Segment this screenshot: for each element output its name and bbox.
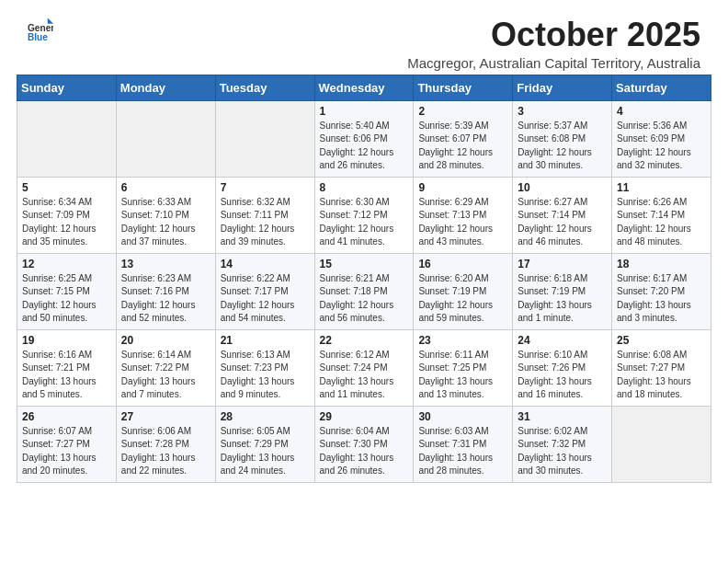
day-info: Sunrise: 6:29 AM Sunset: 7:13 PM Dayligh… [418, 196, 507, 249]
calendar-cell: 25Sunrise: 6:08 AM Sunset: 7:27 PM Dayli… [612, 329, 711, 406]
day-number: 26 [22, 410, 111, 423]
calendar-cell: 31Sunrise: 6:02 AM Sunset: 7:32 PM Dayli… [513, 406, 612, 482]
day-number: 24 [518, 334, 607, 347]
weekday-header-sunday: Sunday [17, 75, 117, 100]
calendar-cell: 24Sunrise: 6:10 AM Sunset: 7:26 PM Dayli… [513, 329, 612, 406]
day-info: Sunrise: 6:04 AM Sunset: 7:30 PM Dayligh… [320, 425, 409, 478]
calendar-cell: 28Sunrise: 6:05 AM Sunset: 7:29 PM Dayli… [215, 406, 314, 482]
day-number: 12 [22, 258, 111, 270]
weekday-header-tuesday: Tuesday [215, 75, 314, 100]
day-info: Sunrise: 6:17 AM Sunset: 7:20 PM Dayligh… [617, 272, 706, 326]
calendar-week-row: 26Sunrise: 6:07 AM Sunset: 7:27 PM Dayli… [17, 406, 711, 482]
calendar-wrapper: SundayMondayTuesdayWednesdayThursdayFrid… [0, 75, 728, 492]
calendar-week-row: 5Sunrise: 6:34 AM Sunset: 7:09 PM Daylig… [17, 177, 711, 253]
calendar-cell: 19Sunrise: 6:16 AM Sunset: 7:21 PM Dayli… [17, 329, 117, 406]
day-info: Sunrise: 6:14 AM Sunset: 7:22 PM Dayligh… [121, 349, 210, 402]
day-info: Sunrise: 6:20 AM Sunset: 7:19 PM Dayligh… [418, 272, 507, 326]
calendar-cell: 4Sunrise: 5:36 AM Sunset: 6:09 PM Daylig… [612, 100, 711, 177]
weekday-header-friday: Friday [513, 75, 612, 100]
day-info: Sunrise: 5:37 AM Sunset: 6:08 PM Dayligh… [518, 120, 607, 173]
calendar-cell: 8Sunrise: 6:30 AM Sunset: 7:12 PM Daylig… [314, 177, 414, 253]
day-number: 5 [22, 181, 111, 194]
day-info: Sunrise: 6:03 AM Sunset: 7:31 PM Dayligh… [418, 425, 507, 478]
day-info: Sunrise: 6:10 AM Sunset: 7:26 PM Dayligh… [518, 349, 607, 402]
day-number: 9 [418, 181, 507, 194]
calendar-cell: 1Sunrise: 5:40 AM Sunset: 6:06 PM Daylig… [314, 100, 414, 177]
calendar-cell: 13Sunrise: 6:23 AM Sunset: 7:16 PM Dayli… [116, 253, 215, 329]
day-number: 11 [617, 181, 706, 194]
calendar-cell: 5Sunrise: 6:34 AM Sunset: 7:09 PM Daylig… [17, 177, 117, 253]
day-info: Sunrise: 6:30 AM Sunset: 7:12 PM Dayligh… [320, 196, 409, 249]
day-info: Sunrise: 5:36 AM Sunset: 6:09 PM Dayligh… [617, 120, 706, 173]
calendar-week-row: 12Sunrise: 6:25 AM Sunset: 7:15 PM Dayli… [17, 253, 711, 329]
day-info: Sunrise: 6:18 AM Sunset: 7:19 PM Dayligh… [518, 272, 607, 326]
day-number: 30 [418, 410, 507, 423]
svg-text:Blue: Blue [28, 32, 48, 42]
calendar-cell: 15Sunrise: 6:21 AM Sunset: 7:18 PM Dayli… [314, 253, 414, 329]
calendar-cell [17, 100, 117, 177]
weekday-header-monday: Monday [116, 75, 215, 100]
weekday-header-thursday: Thursday [414, 75, 513, 100]
calendar-cell: 23Sunrise: 6:11 AM Sunset: 7:25 PM Dayli… [414, 329, 513, 406]
day-number: 1 [320, 105, 409, 118]
calendar-cell [215, 100, 314, 177]
day-info: Sunrise: 6:06 AM Sunset: 7:28 PM Dayligh… [121, 425, 210, 478]
day-info: Sunrise: 6:05 AM Sunset: 7:29 PM Dayligh… [221, 425, 310, 478]
day-info: Sunrise: 6:21 AM Sunset: 7:18 PM Dayligh… [320, 272, 409, 326]
day-info: Sunrise: 6:12 AM Sunset: 7:24 PM Dayligh… [320, 349, 409, 402]
day-number: 25 [617, 334, 706, 347]
day-number: 21 [221, 334, 310, 347]
calendar-cell: 6Sunrise: 6:33 AM Sunset: 7:10 PM Daylig… [116, 177, 215, 253]
calendar-cell: 9Sunrise: 6:29 AM Sunset: 7:13 PM Daylig… [414, 177, 513, 253]
day-number: 19 [22, 334, 111, 347]
calendar-cell: 12Sunrise: 6:25 AM Sunset: 7:15 PM Dayli… [17, 253, 117, 329]
day-number: 8 [320, 181, 409, 194]
calendar-table: SundayMondayTuesdayWednesdayThursdayFrid… [17, 75, 711, 483]
day-info: Sunrise: 5:39 AM Sunset: 6:07 PM Dayligh… [418, 120, 507, 173]
day-number: 7 [221, 181, 310, 194]
calendar-cell: 3Sunrise: 5:37 AM Sunset: 6:08 PM Daylig… [513, 100, 612, 177]
general-blue-logo-icon: General Blue [28, 17, 53, 42]
calendar-body: 1Sunrise: 5:40 AM Sunset: 6:06 PM Daylig… [17, 100, 711, 482]
day-info: Sunrise: 6:34 AM Sunset: 7:09 PM Dayligh… [22, 196, 111, 249]
day-info: Sunrise: 6:11 AM Sunset: 7:25 PM Dayligh… [418, 349, 507, 402]
calendar-cell: 17Sunrise: 6:18 AM Sunset: 7:19 PM Dayli… [513, 253, 612, 329]
day-number: 10 [518, 181, 607, 194]
day-info: Sunrise: 5:40 AM Sunset: 6:06 PM Dayligh… [320, 120, 409, 173]
title-block: October 2025 Macgregor, Australian Capit… [407, 17, 700, 71]
calendar-week-row: 1Sunrise: 5:40 AM Sunset: 6:06 PM Daylig… [17, 100, 711, 177]
calendar-week-row: 19Sunrise: 6:16 AM Sunset: 7:21 PM Dayli… [17, 329, 711, 406]
day-number: 31 [518, 410, 607, 423]
day-number: 27 [121, 410, 210, 423]
calendar-cell: 29Sunrise: 6:04 AM Sunset: 7:30 PM Dayli… [314, 406, 414, 482]
day-info: Sunrise: 6:02 AM Sunset: 7:32 PM Dayligh… [518, 425, 607, 478]
calendar-cell: 2Sunrise: 5:39 AM Sunset: 6:07 PM Daylig… [414, 100, 513, 177]
calendar-cell: 26Sunrise: 6:07 AM Sunset: 7:27 PM Dayli… [17, 406, 117, 482]
day-number: 23 [418, 334, 507, 347]
day-info: Sunrise: 6:16 AM Sunset: 7:21 PM Dayligh… [22, 349, 111, 402]
day-number: 4 [617, 105, 706, 118]
month-title: October 2025 [407, 17, 700, 53]
calendar-cell: 30Sunrise: 6:03 AM Sunset: 7:31 PM Dayli… [414, 406, 513, 482]
day-info: Sunrise: 6:22 AM Sunset: 7:17 PM Dayligh… [221, 272, 310, 326]
calendar-cell: 10Sunrise: 6:27 AM Sunset: 7:14 PM Dayli… [513, 177, 612, 253]
day-info: Sunrise: 6:26 AM Sunset: 7:14 PM Dayligh… [617, 196, 706, 249]
calendar-cell: 27Sunrise: 6:06 AM Sunset: 7:28 PM Dayli… [116, 406, 215, 482]
day-info: Sunrise: 6:23 AM Sunset: 7:16 PM Dayligh… [121, 272, 210, 326]
calendar-cell: 14Sunrise: 6:22 AM Sunset: 7:17 PM Dayli… [215, 253, 314, 329]
svg-marker-2 [48, 18, 53, 24]
day-info: Sunrise: 6:27 AM Sunset: 7:14 PM Dayligh… [518, 196, 607, 249]
day-info: Sunrise: 6:07 AM Sunset: 7:27 PM Dayligh… [22, 425, 111, 478]
day-number: 17 [518, 258, 607, 270]
day-number: 28 [221, 410, 310, 423]
weekday-header-wednesday: Wednesday [314, 75, 414, 100]
calendar-cell: 18Sunrise: 6:17 AM Sunset: 7:20 PM Dayli… [612, 253, 711, 329]
day-number: 16 [418, 258, 507, 270]
calendar-cell [612, 406, 711, 482]
day-number: 13 [121, 258, 210, 270]
calendar-cell: 22Sunrise: 6:12 AM Sunset: 7:24 PM Dayli… [314, 329, 414, 406]
page-header: General Blue October 2025 Macgregor, Aus… [0, 0, 728, 75]
day-number: 20 [121, 334, 210, 347]
day-info: Sunrise: 6:08 AM Sunset: 7:27 PM Dayligh… [617, 349, 706, 402]
day-number: 6 [121, 181, 210, 194]
